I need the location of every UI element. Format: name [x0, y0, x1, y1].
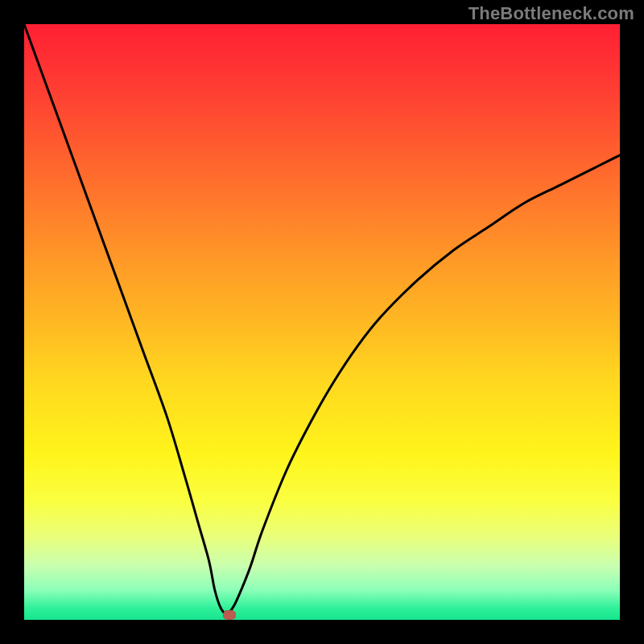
watermark-text: TheBottleneck.com	[469, 3, 634, 24]
minimum-marker	[223, 610, 236, 620]
curve-svg	[24, 24, 620, 620]
chart-frame: TheBottleneck.com	[0, 0, 644, 644]
bottleneck-curve-path	[24, 24, 620, 614]
plot-area	[24, 24, 620, 620]
